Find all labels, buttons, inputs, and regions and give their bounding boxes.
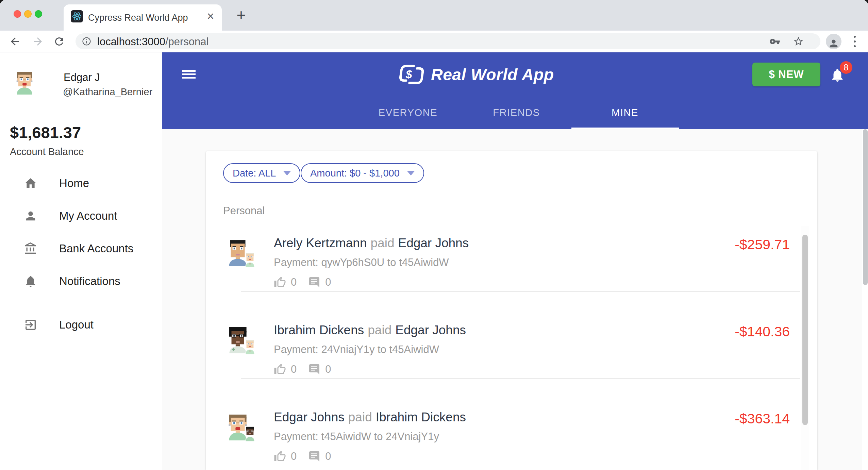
sidebar-item-home[interactable]: Home: [0, 174, 162, 192]
transaction-social: 0 0: [274, 363, 343, 376]
transaction-row[interactable]: Ibrahim DickenspaidEdgar Johns Payment: …: [223, 313, 790, 400]
transaction-social: 0 0: [274, 450, 343, 463]
sidebar-item-my-account[interactable]: My Account: [0, 207, 162, 225]
tab-close-icon[interactable]: ×: [204, 10, 217, 23]
account-balance-label: Account Balance: [10, 146, 84, 157]
transaction-amount: -$140.36: [735, 324, 790, 340]
receiver-name[interactable]: Ibrahim Dickens: [376, 410, 466, 424]
browser-menu-icon[interactable]: [850, 34, 859, 49]
address-bar[interactable]: localhost:3000/personal: [76, 33, 820, 49]
sender-name[interactable]: Edgar Johns: [274, 410, 345, 424]
transaction-amount: -$259.71: [735, 237, 790, 253]
list-section-label: Personal: [223, 205, 265, 217]
logout-icon: [24, 318, 37, 332]
window-zoom-button[interactable]: [35, 10, 42, 18]
transaction-row[interactable]: Arely KertzmannpaidEdgar Johns Payment: …: [223, 226, 790, 313]
chevron-down-icon: [407, 171, 415, 175]
action-word: paid: [371, 236, 395, 250]
sidebar-item-label: Notifications: [59, 275, 120, 288]
transaction-title: Edgar JohnspaidIbrahim Dickens: [274, 410, 466, 424]
tab-friends[interactable]: FRIENDS: [462, 102, 571, 128]
user-avatar: [12, 70, 37, 95]
list-scrollbar-thumb[interactable]: [802, 235, 808, 425]
sender-name[interactable]: Ibrahim Dickens: [274, 323, 364, 337]
app-logo-icon: $: [396, 63, 426, 86]
transaction-description: Payment: t45AiwidW to 24VniajY1y: [274, 431, 439, 443]
hamburger-menu-icon[interactable]: [182, 70, 196, 80]
row-divider: [241, 378, 800, 379]
like-icon[interactable]: [274, 363, 286, 375]
back-icon[interactable]: [9, 35, 21, 48]
transaction-amount: -$363.14: [735, 411, 790, 427]
receiver-name[interactable]: Edgar Johns: [398, 236, 469, 250]
sender-name[interactable]: Arely Kertzmann: [274, 236, 367, 250]
browser-window: Cypress Real World App × + localhost:300…: [0, 0, 868, 470]
user-username: @Katharina_Bernier: [63, 86, 152, 98]
bell-icon: [24, 274, 37, 288]
comment-icon[interactable]: [308, 450, 320, 463]
app-header: $ Real World App EVERYONE FRIENDS MINE $…: [162, 52, 868, 129]
transaction-description: Payment: qywYp6hS0U to t45AiwidW: [274, 256, 449, 269]
tab-everyone[interactable]: EVERYONE: [354, 102, 462, 128]
transactions-card: Date: ALL Amount: $0 - $1,000 Personal A…: [206, 151, 817, 470]
bookmark-star-icon[interactable]: [793, 36, 804, 47]
sidebar-item-label: Logout: [59, 318, 94, 331]
amount-filter-chip[interactable]: Amount: $0 - $1,000: [301, 163, 424, 183]
sidebar-item-label: My Account: [59, 209, 117, 222]
comment-count: 0: [325, 363, 331, 375]
sidebar: Edgar J @Katharina_Bernier $1,681.37 Acc…: [0, 52, 162, 470]
feed-tabs: EVERYONE FRIENDS MINE: [354, 102, 679, 128]
row-divider: [241, 291, 800, 292]
date-filter-chip[interactable]: Date: ALL: [223, 163, 300, 183]
date-filter-label: Date: ALL: [233, 168, 276, 179]
like-icon[interactable]: [274, 450, 286, 463]
comment-icon[interactable]: [308, 363, 320, 375]
browser-tab[interactable]: Cypress Real World App ×: [64, 4, 222, 31]
window-minimize-button[interactable]: [24, 10, 32, 18]
url-path: /personal: [165, 36, 209, 48]
tab-title: Cypress Real World App: [88, 13, 188, 23]
site-info-icon[interactable]: [82, 36, 91, 46]
list-scrollbar[interactable]: [801, 226, 809, 470]
tab-mine[interactable]: MINE: [571, 102, 679, 128]
like-count: 0: [291, 450, 297, 463]
action-word: paid: [368, 323, 391, 337]
sidebar-item-notifications[interactable]: Notifications: [0, 272, 162, 290]
comment-icon[interactable]: [308, 276, 320, 288]
new-transaction-button[interactable]: $ NEW: [752, 63, 820, 86]
like-icon[interactable]: [274, 276, 286, 288]
app-title: Real World App: [431, 65, 554, 84]
receiver-avatar: [242, 426, 258, 441]
home-icon: [24, 177, 37, 190]
sidebar-item-label: Bank Accounts: [59, 242, 133, 255]
window-close-button[interactable]: [14, 10, 21, 18]
page-scrollbar-thumb[interactable]: [863, 129, 868, 285]
amount-filter-label: Amount: $0 - $1,000: [310, 168, 400, 179]
transaction-title: Arely KertzmannpaidEdgar Johns: [274, 236, 469, 250]
page-scrollbar[interactable]: [862, 129, 868, 470]
comment-count: 0: [325, 450, 331, 463]
new-tab-button[interactable]: +: [234, 8, 248, 22]
action-word: paid: [348, 410, 372, 424]
transaction-row[interactable]: Edgar JohnspaidIbrahim Dickens Payment: …: [223, 400, 790, 470]
receiver-avatar: [242, 252, 258, 267]
react-favicon-icon: [71, 10, 83, 22]
browser-tab-bar: Cypress Real World App × +: [0, 0, 868, 31]
reload-icon[interactable]: [53, 35, 65, 48]
sidebar-item-label: Home: [59, 177, 89, 190]
transaction-description: Payment: 24VniajY1y to t45AiwidW: [274, 343, 439, 356]
account-balance-amount: $1,681.37: [10, 123, 81, 142]
transaction-social: 0 0: [274, 275, 343, 289]
sidebar-item-bank-accounts[interactable]: Bank Accounts: [0, 240, 162, 257]
notification-count-badge[interactable]: 8: [840, 61, 852, 74]
password-key-icon[interactable]: [769, 36, 780, 47]
forward-icon[interactable]: [32, 35, 44, 48]
bank-icon: [24, 242, 37, 255]
sidebar-item-logout[interactable]: Logout: [0, 316, 162, 334]
browser-profile-avatar[interactable]: [826, 34, 841, 49]
transaction-title: Ibrahim DickenspaidEdgar Johns: [274, 323, 466, 337]
app-logo: $ Real World App: [396, 63, 554, 86]
main-content: Date: ALL Amount: $0 - $1,000 Personal A…: [162, 129, 868, 470]
person-icon: [24, 209, 37, 223]
receiver-name[interactable]: Edgar Johns: [395, 323, 466, 337]
